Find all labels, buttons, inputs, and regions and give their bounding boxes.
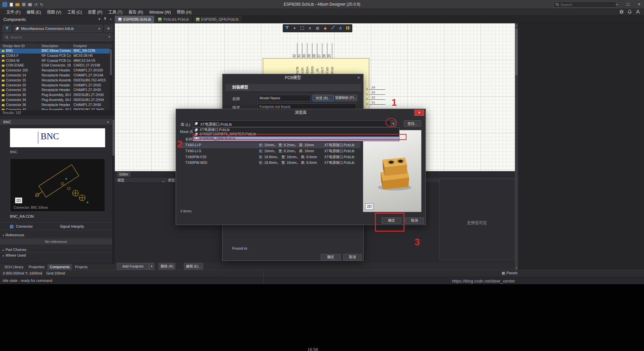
browse-button[interactable]: 浏览 (B)... <box>313 95 334 101</box>
footprint-row[interactable]: TX60PW-F20长: 18.8mm， 宽: 16mm， 高: 8.6mmXT… <box>180 154 361 160</box>
menu-item[interactable]: 报告 (R) <box>125 9 146 16</box>
library-combo[interactable]: XT电源接口.PcbLib ▾ <box>193 120 396 127</box>
menu-item[interactable]: 视图 (V) <box>44 9 64 16</box>
menu-item[interactable]: 放置 (P) <box>85 9 105 16</box>
scroll-up-icon[interactable]: ▴ <box>515 24 518 27</box>
column-design-item-id[interactable]: Design Item ID <box>0 44 39 48</box>
pin-map-button[interactable]: 管脚映射 (P)... <box>335 95 357 101</box>
components-table-scrollbar[interactable] <box>110 49 112 110</box>
footprint-preview[interactable]: 2D Connector; BNC Elbow <box>10 159 105 212</box>
column-footprint[interactable]: Footprint <box>71 44 112 48</box>
column-description[interactable]: Description <box>39 44 71 48</box>
global-search-input[interactable] <box>561 2 615 7</box>
panels-button[interactable]: ▦Panels <box>502 271 518 275</box>
minimize-button[interactable]: – <box>612 0 622 9</box>
panel-tab-components[interactable]: Components <box>48 264 72 270</box>
models-row[interactable]: Connector Signal Integrity <box>0 222 112 230</box>
column-type[interactable]: 类型 <box>168 177 175 183</box>
panel-tab-properties[interactable]: Properties <box>26 264 47 270</box>
component-search-input[interactable] <box>10 34 103 40</box>
bell-icon[interactable] <box>628 9 632 15</box>
menu-item[interactable]: 工程 (C) <box>64 9 85 16</box>
select-area-icon[interactable] <box>299 25 306 32</box>
chevron-down-icon[interactable]: ▾ <box>98 17 100 21</box>
close-icon[interactable]: × <box>354 74 363 81</box>
open-folder-icon[interactable] <box>15 3 20 6</box>
line-icon[interactable] <box>330 25 336 32</box>
polygon-icon[interactable]: ◆ <box>322 25 329 32</box>
model-name-field[interactable] <box>257 95 311 101</box>
menu-item[interactable]: Window (W) <box>146 9 174 16</box>
component-row[interactable]: COAX-MRF Coaxial PCB Con...MMCX2.54-V5 <box>0 58 112 63</box>
footprint-row[interactable]: TX60PW-M20长: 18.8mm， 宽: 16mm， 高: 8.6mmXT… <box>180 160 361 166</box>
panel-menu-button[interactable]: ≡ <box>104 25 112 32</box>
snap-grid-icon[interactable]: ⊞ <box>314 25 321 32</box>
references-header[interactable]: ▾References <box>0 232 112 238</box>
component-row[interactable]: BNCBNC Elbow Connect...BNC_RA CON <box>0 49 112 54</box>
component-row[interactable]: Connector 15Receptacle Assembl...050DSUB… <box>0 78 112 83</box>
part-choices-header[interactable]: ▸Part Choices <box>0 247 112 252</box>
chevron-down-icon[interactable]: ▾ <box>108 35 110 39</box>
pads-icon[interactable] <box>345 25 352 32</box>
ok-button[interactable]: 确定 <box>321 254 341 260</box>
save-icon[interactable] <box>22 3 26 6</box>
user-icon[interactable] <box>636 9 640 15</box>
2d-badge[interactable]: 2D <box>15 197 22 203</box>
components-table-header[interactable]: Design Item ID Description Footprint <box>0 43 112 49</box>
component-row[interactable]: Connector 14Receptacle Header...CHAMP1.2… <box>0 73 112 78</box>
new-document-icon[interactable] <box>10 3 13 7</box>
footprint-row[interactable]: TX60-LI-P长: 16mm， 宽: 8.2mm， 高: 16mmXT电源接… <box>180 142 361 148</box>
panel-tab-sch-library[interactable]: SCH Library <box>2 264 26 270</box>
component-row[interactable]: Connector 40Plug Assembly, 40-Pi...050DS… <box>0 108 112 110</box>
edit-button[interactable]: 编辑 (E)... <box>184 263 203 270</box>
global-search-box[interactable] <box>554 1 617 8</box>
component-row[interactable]: Connector 20Receptacle Header...CHAMP1.2… <box>0 83 112 88</box>
print-icon[interactable] <box>28 3 32 6</box>
menu-item[interactable]: 工具 (T) <box>105 9 126 16</box>
move-icon[interactable]: + <box>291 25 298 32</box>
footprint-row[interactable]: TX60-LI-S长: 16mm， 宽: 8.2mm， 高: 16mmXT电源接… <box>180 148 361 154</box>
close-icon[interactable]: × <box>414 110 424 116</box>
component-row[interactable]: CON EISAEEISA Connector, 188...CARD1.27-… <box>0 63 112 68</box>
component-row[interactable]: Connector 100Receptacle Header...CHAMP1.… <box>0 68 112 73</box>
align-icon[interactable]: ≡ <box>307 25 313 32</box>
menu-item[interactable]: 帮助 (H) <box>174 9 195 16</box>
library-selector[interactable]: Miscellaneous Connectors.IntLib ▾ <box>13 25 102 32</box>
editor-tab[interactable]: Editor <box>117 172 130 177</box>
close-panel-icon[interactable]: × <box>110 17 112 21</box>
where-used-header[interactable]: ▸Where Used <box>0 252 112 258</box>
component-detail-header[interactable]: BNC ▾ <box>0 119 112 125</box>
text-icon[interactable]: A <box>337 25 344 32</box>
column-model[interactable]: 模型 <box>117 177 124 183</box>
library-dropdown-item[interactable]: XT电源接口.PcbLib <box>193 128 399 132</box>
find-button[interactable]: 查找... <box>404 120 421 127</box>
scroll-down-icon[interactable]: ▾ <box>515 267 518 269</box>
redo-icon[interactable]: ↻ <box>40 2 43 7</box>
document-tab[interactable]: ESP8285.SchLib <box>115 16 155 23</box>
maximize-button[interactable]: □ <box>623 0 633 9</box>
menu-item[interactable]: 编辑 (E) <box>24 9 44 16</box>
add-footprint-dropdown[interactable]: ▾ <box>149 263 154 270</box>
component-row[interactable]: Connector 26Receptacle Header...CHAMP1.2… <box>0 88 112 93</box>
cancel-button[interactable]: 取消 <box>343 254 362 260</box>
gear-icon[interactable] <box>619 9 624 15</box>
3d-preview-panel[interactable]: 2D <box>363 130 421 212</box>
cancel-button[interactable]: 取消 <box>405 217 424 224</box>
chevron-down-icon[interactable]: ▾ <box>107 119 109 125</box>
menu-item[interactable]: 文件 (F) <box>3 9 24 16</box>
2d-badge[interactable]: 2D <box>365 203 373 210</box>
panel-tab-projects[interactable]: Projects <box>73 264 90 270</box>
undo-icon[interactable]: ↺ <box>34 2 38 7</box>
pin-icon[interactable] <box>103 17 107 21</box>
filter-icon[interactable] <box>284 25 290 32</box>
document-tab[interactable]: PcbLib1.PcbLib <box>155 16 192 23</box>
component-row[interactable]: Connector 30Plug Assembly, 30-Pi...050DS… <box>0 93 112 98</box>
component-row[interactable]: Connector 36Receptacle Header...CHAMP1.2… <box>0 103 112 108</box>
component-row[interactable]: COAX-FRF Coaxial PCB Con...MCX5.08-H5 <box>0 54 112 58</box>
canvas-vertical-scrollbar[interactable]: ▴ ▾ <box>515 23 518 270</box>
component-row[interactable]: Connector 34Plug Assembly, 34-Pi...050DS… <box>0 98 112 103</box>
document-tab[interactable]: ESP8285_QFN.PcbLib <box>193 16 242 23</box>
sort-asc-icon[interactable]: ▲ <box>162 179 164 184</box>
filter-button[interactable] <box>3 25 11 32</box>
component-search-box[interactable]: ▾ <box>3 34 112 41</box>
